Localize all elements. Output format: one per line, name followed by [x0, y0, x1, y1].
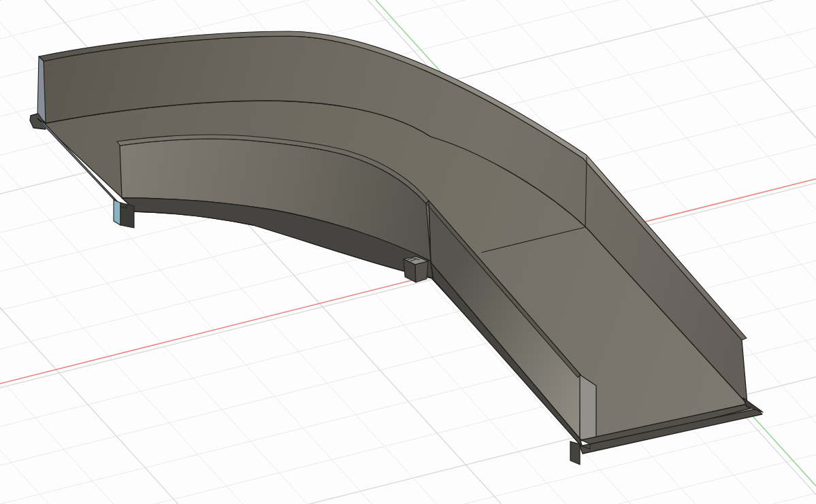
- end-lip-tab[interactable]: [570, 441, 580, 465]
- middle-clip-tab-right[interactable]: [415, 261, 428, 282]
- left-clip-tab-side[interactable]: [114, 200, 120, 225]
- inner-wall-end-face[interactable]: [580, 375, 596, 447]
- cad-viewport[interactable]: [0, 0, 816, 504]
- left-clip-tab-front[interactable]: [120, 203, 134, 228]
- cad-canvas[interactable]: [0, 0, 816, 504]
